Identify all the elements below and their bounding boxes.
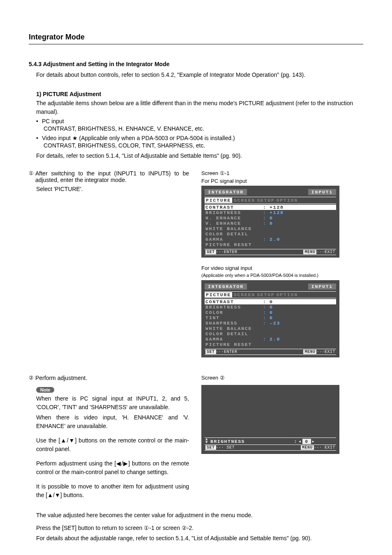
osd-row-value: 0 <box>270 310 273 315</box>
bullet-icon: • <box>36 135 42 141</box>
osd-row: COLOR:0 <box>205 310 336 315</box>
osd-row: COLOR DETAIL <box>205 231 336 237</box>
osd-row-colon: : <box>263 205 270 210</box>
osd-row: V. ENHANCE:0 <box>205 221 336 226</box>
osd-row-value: +128 <box>270 205 284 210</box>
bottom-block: The value adjusted here becomes the cent… <box>29 511 363 543</box>
osd-row-colon: : <box>263 320 270 326</box>
osd-f-left: ···ENTER <box>216 250 238 254</box>
osd-row-colon: : <box>263 310 270 315</box>
osd-key-set: SET <box>205 350 216 354</box>
osd-row-value: 0 <box>270 315 273 320</box>
osd-key-menu: MENU <box>303 250 316 254</box>
step1-b: Select 'PICTURE'. <box>36 185 189 193</box>
osd-row: PICTURE RESET <box>205 342 336 347</box>
osd-title: INTEGRATOR <box>205 283 247 290</box>
osd-f-right: ···EXIT <box>316 350 335 354</box>
osd-tab-screen: SCREEN <box>234 292 255 297</box>
osd-tab-setup: SETUP <box>257 198 275 203</box>
osd-row-value: 0 <box>270 215 273 221</box>
note-pill: Note <box>36 387 54 393</box>
osd-tab-option: OPTION <box>277 292 298 297</box>
osd-row: BRIGHTNESS:+128 <box>205 210 336 215</box>
osd-row-label: PICTURE RESET <box>205 342 263 347</box>
two-col-2: ② Perform adjustment. Note When there is… <box>29 375 363 501</box>
osd-blank <box>205 388 336 438</box>
screen1-sublabel: For PC signal input <box>201 178 363 184</box>
osd-row: CONTRAST:0 <box>205 299 336 304</box>
osd-rows-1b: CONTRAST:0BRIGHTNESS:0COLOR:0TINT:0SHARP… <box>205 299 336 347</box>
osd-tabs: PICTURE SCREEN SETUP OPTION <box>205 197 336 204</box>
osd-row-label: PICTURE RESET <box>205 242 263 247</box>
screen1b-sublabel: For video signal input <box>201 265 363 271</box>
osd-footer: SET···ENTER MENU···EXIT <box>205 349 336 355</box>
osd-tab-picture: PICTURE <box>205 198 232 203</box>
osd-row: BRIGHTNESS:0 <box>205 304 336 310</box>
perform-adj: Perform adjustment using the [◀/▶] butto… <box>36 459 189 477</box>
bullet-pc: • PC input <box>36 118 363 124</box>
osd-row-colon: : <box>263 336 270 342</box>
right-icon: ▶ <box>312 440 315 443</box>
osd-row-colon: : <box>263 299 270 304</box>
osd-f-right: ···EXIT <box>316 250 335 254</box>
note-p2: When there is video input, 'H. ENHANCE' … <box>36 413 189 431</box>
use-buttons: Use the [▲/▼] buttons on the remote cont… <box>36 436 189 454</box>
osd-row-value: 0 <box>270 221 273 226</box>
osd-small-footer: SET··· SET MENU··· EXIT <box>205 445 336 451</box>
details-range: For details about the adjustable range, … <box>36 534 363 543</box>
section-heading: 5.4.3 Adjustment and Setting in the Inte… <box>29 61 363 67</box>
osd-small-val: : ◀ 0 ▶ <box>294 439 315 444</box>
osd-key-set: SET <box>205 445 216 450</box>
osd-row-colon: : <box>263 237 270 242</box>
osd-screen-2: ▲▼ BRIGHTNESS : ◀ 0 ▶ SET··· SET MENU···… <box>201 385 339 454</box>
osd-row-colon: : <box>263 304 270 310</box>
step1: ① After switching to the input (INPUT1 t… <box>29 170 189 183</box>
osd-row: H. ENHANCE:0 <box>205 215 336 221</box>
osd-row-label: WHITE BALANCE <box>205 226 263 231</box>
osd-row-value: 2.0 <box>270 237 280 242</box>
screen1-label: Screen ①-1 <box>201 170 363 176</box>
bullet-video: • Video input ★ (Applicable only when a … <box>36 135 363 141</box>
osd-row-label: TINT <box>205 315 263 320</box>
osd-row-label: COLOR <box>205 310 263 315</box>
col-left-2: ② Perform adjustment. Note When there is… <box>29 375 189 501</box>
bullet-pc-items: CONTRAST, BRIGHTNESS, H. ENHANCE, V. ENH… <box>44 124 363 133</box>
left-icon: ◀ <box>299 440 301 443</box>
osd-key-set: SET <box>205 250 216 254</box>
press-set: Press the [SET] button to return to scre… <box>36 524 363 532</box>
screen2-label: Screen ② <box>201 375 363 381</box>
osd-row-label: V. ENHANCE <box>205 221 263 226</box>
osd-footer: SET···ENTER MENU···EXIT <box>205 249 336 255</box>
osd-screen-1b: INTEGRATOR INPUT1 PICTURE SCREEN SETUP O… <box>201 280 339 357</box>
osd-small-row: ▲▼ BRIGHTNESS : ◀ 0 ▶ <box>205 438 336 445</box>
osd-row-label: CONTRAST <box>205 205 263 210</box>
osd-tab-option: OPTION <box>277 198 298 203</box>
bullet-video-items: CONTRAST, BRIGHTNESS, COLOR, TINT, SHARP… <box>44 141 363 150</box>
center-value: The value adjusted here becomes the cent… <box>36 511 363 520</box>
osd-row-value: 2.0 <box>270 336 280 342</box>
osd-row-colon: : <box>263 221 270 226</box>
osd-row-label: GAMMA <box>205 336 263 342</box>
osd-row: COLOR DETAIL <box>205 331 336 336</box>
step2-a: Perform adjustment. <box>35 375 87 381</box>
osd-row: PICTURE RESET <box>205 242 336 247</box>
osd-row: WHITE BALANCE <box>205 326 336 331</box>
note-p1: When there is PC signal input at INPUT1,… <box>36 394 189 412</box>
osd-row-label: COLOR DETAIL <box>205 331 263 336</box>
osd-row-label: GAMMA <box>205 237 263 242</box>
updown-icon: ▲▼ <box>205 438 210 444</box>
osd-row: GAMMA:2.0 <box>205 237 336 242</box>
osd-screen-1a: INTEGRATOR INPUT1 PICTURE SCREEN SETUP O… <box>201 186 339 258</box>
bullet-icon: • <box>36 118 42 124</box>
col-left: ① After switching to the input (INPUT1 t… <box>29 170 189 365</box>
osd-row-colon: : <box>263 210 270 215</box>
osd-row: TINT:0 <box>205 315 336 320</box>
osd-tabs: PICTURE SCREEN SETUP OPTION <box>205 291 336 298</box>
sub1-p2: For details, refer to section 5.1.4, "Li… <box>36 152 363 160</box>
page-title: Integrator Mode <box>29 33 363 44</box>
two-col: ① After switching to the input (INPUT1 t… <box>29 170 363 365</box>
intro-text: For details about button controls, refer… <box>36 71 363 79</box>
osd-colon: : <box>294 439 297 444</box>
screen1b-subnote: (Applicable only when a PDA-5003/PDA-500… <box>201 273 363 278</box>
move-item: It is possible to move to another item f… <box>36 482 189 500</box>
